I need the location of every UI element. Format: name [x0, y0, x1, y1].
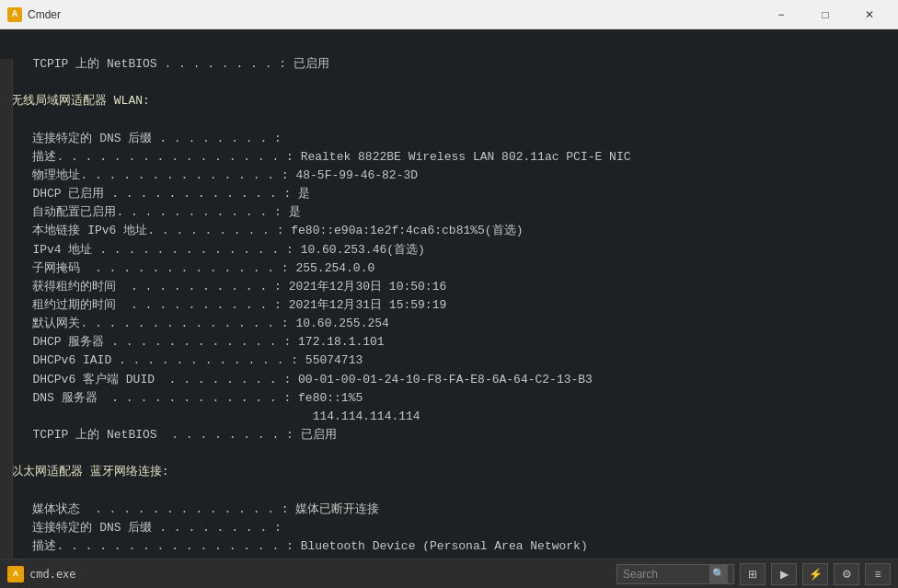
status-app-icon: A: [7, 566, 24, 582]
title-bar: A Cmder − □ ✕: [0, 0, 898, 29]
terminal-line: 连接特定的 DNS 后缀 . . . . . . . . :: [11, 130, 887, 148]
terminal-line: IPv4 地址 . . . . . . . . . . . . . : 10.6…: [11, 241, 887, 259]
search-box: 🔍: [616, 564, 734, 584]
terminal-line: DHCPv6 IAID . . . . . . . . . . . . : 55…: [11, 352, 887, 370]
search-input[interactable]: [623, 568, 706, 581]
left-stripe: [0, 59, 13, 559]
status-process-label: cmd.exe: [29, 568, 76, 581]
terminal-line: DHCPv6 客户端 DUID . . . . . . . . : 00-01-…: [11, 371, 887, 389]
terminal-line: 描述. . . . . . . . . . . . . . . . : Blue…: [11, 537, 887, 551]
close-button[interactable]: ✕: [848, 2, 891, 28]
terminal-line: 114.114.114.114: [11, 408, 887, 426]
terminal-line: [11, 37, 887, 55]
terminal-line: 媒体状态 . . . . . . . . . . . . . : 媒体已断开连接: [11, 501, 887, 519]
action-btn-1[interactable]: ⊞: [740, 563, 766, 585]
terminal-line: [11, 74, 887, 92]
terminal-line: 连接特定的 DNS 后缀 . . . . . . . . :: [11, 519, 887, 537]
window-controls: − □ ✕: [760, 2, 891, 28]
status-right: 🔍 ⊞ ▶ ⚡ ⚙ ≡: [616, 563, 891, 585]
terminal-line: TCPIP 上的 NetBIOS . . . . . . . . : 已启用: [11, 55, 887, 74]
terminal-line: 以太网适配器 蓝牙网络连接:: [11, 463, 887, 481]
terminal-line: [11, 111, 887, 130]
terminal-line: 租约过期的时间 . . . . . . . . . . : 2021年12月31…: [11, 296, 887, 315]
terminal-line: 默认网关. . . . . . . . . . . . . . : 10.60.…: [11, 315, 887, 333]
terminal-line: 获得租约的时间 . . . . . . . . . . : 2021年12月30…: [11, 278, 887, 296]
terminal-line: DNS 服务器 . . . . . . . . . . . . : fe80::…: [11, 389, 887, 408]
status-bar: A cmd.exe 🔍 ⊞ ▶ ⚡ ⚙ ≡: [0, 559, 898, 588]
terminal-line: TCPIP 上的 NetBIOS . . . . . . . . : 已启用: [11, 426, 887, 444]
action-btn-2[interactable]: ▶: [771, 563, 797, 585]
terminal-line: 本地链接 IPv6 地址. . . . . . . . . : fe80::e9…: [11, 222, 887, 240]
terminal-window[interactable]: TCPIP 上的 NetBIOS . . . . . . . . : 已启用 无…: [0, 29, 898, 559]
terminal-line: DHCP 已启用 . . . . . . . . . . . . : 是: [11, 185, 887, 203]
terminal-line: [11, 444, 887, 463]
window-title: Cmder: [28, 8, 61, 21]
terminal-line: 描述. . . . . . . . . . . . . . . . : Real…: [11, 148, 887, 167]
action-btn-3[interactable]: ⚡: [802, 563, 828, 585]
minimize-button[interactable]: −: [760, 2, 802, 28]
status-left: A cmd.exe: [7, 566, 76, 582]
terminal-line: 无线局域网适配器 WLAN:: [11, 92, 887, 110]
terminal-line: 自动配置已启用. . . . . . . . . . . : 是: [11, 203, 887, 222]
action-btn-4[interactable]: ⚙: [834, 563, 859, 585]
maximize-button[interactable]: □: [804, 2, 846, 28]
action-btn-5[interactable]: ≡: [865, 563, 891, 585]
terminal-line: 子网掩码 . . . . . . . . . . . . . : 255.254…: [11, 259, 887, 278]
app-icon: A: [7, 7, 22, 22]
terminal-line: 物理地址. . . . . . . . . . . . . . : 48-5F-…: [11, 167, 887, 185]
main-wrapper: TCPIP 上的 NetBIOS . . . . . . . . : 已启用 无…: [0, 29, 898, 588]
terminal-line: DHCP 服务器 . . . . . . . . . . . . : 172.1…: [11, 333, 887, 352]
search-button[interactable]: 🔍: [709, 565, 728, 583]
terminal-content: TCPIP 上的 NetBIOS . . . . . . . . : 已启用 无…: [11, 37, 887, 551]
terminal-line: [11, 481, 887, 500]
title-bar-left: A Cmder: [7, 7, 61, 22]
